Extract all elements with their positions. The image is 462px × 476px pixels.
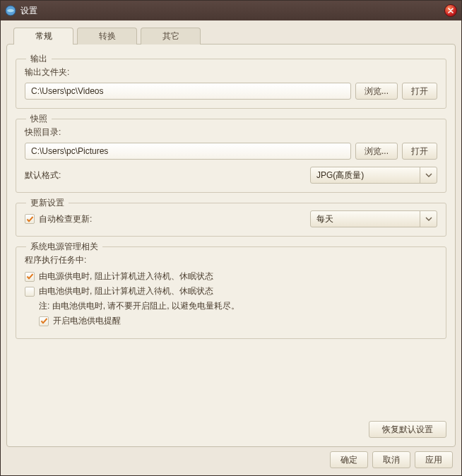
- close-button[interactable]: [444, 4, 457, 17]
- snapshot-browse-button[interactable]: 浏览...: [355, 143, 398, 160]
- power-note: 注: 由电池供电时, 请不要开启阻止, 以避免电量耗尽。: [25, 300, 437, 312]
- window-title: 设置: [20, 5, 444, 17]
- power-battery-checkbox[interactable]: [25, 287, 35, 297]
- cancel-button[interactable]: 取消: [372, 451, 410, 468]
- update-interval-value: 每天: [311, 213, 420, 225]
- snapshot-format-label: 默认格式:: [25, 169, 310, 182]
- chevron-down-icon: [420, 211, 437, 227]
- tab-other[interactable]: 其它: [141, 28, 201, 44]
- group-update: 更新设置 自动检查更新: 每天: [16, 203, 446, 237]
- tab-convert[interactable]: 转换: [77, 28, 137, 44]
- snapshot-legend: 快照: [26, 113, 52, 125]
- settings-window: 设置 常规 转换 其它 输出 输出文件夹: 浏览... 打开 快: [0, 0, 462, 476]
- group-power: 系统电源管理相关 程序执行任务中: 由电源供电时, 阻止计算机进入待机、休眠状态…: [16, 246, 446, 339]
- restore-defaults-button[interactable]: 恢复默认设置: [369, 421, 446, 438]
- ok-button[interactable]: 确定: [330, 451, 368, 468]
- apply-button[interactable]: 应用: [415, 451, 453, 468]
- power-remind-label: 开启电池供电提醒: [53, 315, 121, 327]
- tabs: 常规 转换 其它: [6, 28, 456, 44]
- auto-check-label: 自动检查更新:: [39, 213, 92, 225]
- chevron-down-icon: [420, 167, 437, 183]
- snapshot-format-value: JPG(高质量): [311, 169, 420, 182]
- auto-check-checkbox[interactable]: [25, 214, 35, 224]
- output-legend: 输出: [26, 53, 52, 65]
- snapshot-open-button[interactable]: 打开: [402, 143, 437, 160]
- update-interval-select[interactable]: 每天: [310, 210, 437, 227]
- output-open-button[interactable]: 打开: [402, 83, 437, 100]
- power-legend: 系统电源管理相关: [26, 241, 102, 253]
- tab-body-general: 输出 输出文件夹: 浏览... 打开 快照 快照目录: 浏览... 打开: [6, 44, 456, 447]
- group-output: 输出 输出文件夹: 浏览... 打开: [16, 59, 446, 109]
- app-icon: [5, 5, 16, 16]
- update-legend: 更新设置: [26, 197, 69, 209]
- power-remind-checkbox[interactable]: [39, 316, 49, 326]
- dialog-buttons: 确定 取消 应用: [6, 447, 456, 470]
- client-area: 常规 转换 其它 输出 输出文件夹: 浏览... 打开 快照 快照目录:: [1, 20, 461, 475]
- output-browse-button[interactable]: 浏览...: [355, 83, 398, 100]
- power-battery-label: 由电池供电时, 阻止计算机进入待机、休眠状态: [39, 285, 213, 297]
- snapshot-format-select[interactable]: JPG(高质量): [310, 167, 437, 184]
- snapshot-dir-input[interactable]: [25, 143, 351, 160]
- power-running-label: 程序执行任务中:: [25, 254, 437, 266]
- titlebar[interactable]: 设置: [1, 1, 461, 20]
- snapshot-dir-label: 快照目录:: [25, 126, 437, 138]
- power-ac-checkbox[interactable]: [25, 272, 35, 282]
- output-folder-label: 输出文件夹:: [25, 66, 437, 78]
- group-snapshot: 快照 快照目录: 浏览... 打开 默认格式: JPG(高质量): [16, 119, 446, 193]
- tab-general[interactable]: 常规: [13, 28, 73, 44]
- power-ac-label: 由电源供电时, 阻止计算机进入待机、休眠状态: [39, 270, 213, 282]
- output-folder-input[interactable]: [25, 83, 351, 100]
